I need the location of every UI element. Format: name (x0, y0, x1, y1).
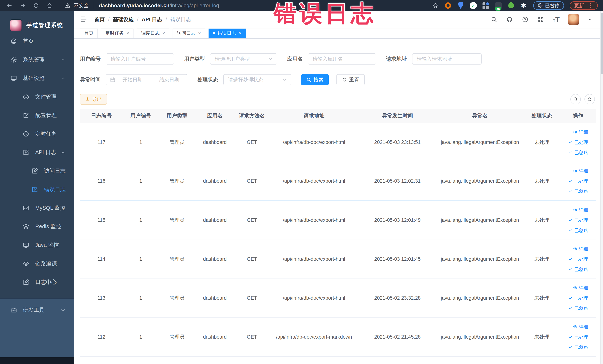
processed-action-link[interactable]: 已处理 (568, 178, 588, 184)
url-text[interactable]: dashboard.yudao.iocoder.cn/infra/log/api… (99, 3, 219, 9)
sidebar-item-log-center[interactable]: 日志中心 (0, 273, 74, 292)
search-icon[interactable] (490, 16, 498, 23)
github-icon[interactable] (506, 16, 513, 23)
processed-action-link[interactable]: 已处理 (568, 139, 588, 145)
detail-action-link[interactable]: 详细 (573, 285, 588, 291)
dark-on-extension-icon[interactable]: on (495, 2, 502, 10)
grid-extension-icon[interactable] (482, 2, 490, 10)
close-icon[interactable]: × (127, 31, 129, 35)
breadcrumb-item[interactable]: 首页 (94, 16, 105, 23)
column-header: 请求地址 (270, 109, 358, 123)
app-name-input[interactable] (308, 53, 376, 65)
close-icon[interactable]: × (239, 31, 242, 35)
search-button[interactable]: 搜索 (301, 74, 329, 85)
tab-scheduled-task[interactable]: 定时任务× (101, 29, 133, 38)
update-button[interactable]: 更新⋮ (570, 1, 598, 10)
forward-icon[interactable] (19, 1, 27, 10)
sidebar-item-home[interactable]: 首页 (0, 32, 74, 50)
paused-badge[interactable]: 😃已暂停 (533, 1, 564, 10)
cell-url: /api/infra/db-doc/export-html (270, 240, 358, 279)
detail-action-link[interactable]: 详细 (573, 168, 588, 174)
browser-menu-icon[interactable]: ⋮ (587, 2, 593, 9)
user-id-input[interactable] (106, 53, 174, 65)
request-url-input[interactable] (412, 53, 482, 65)
scrollbar-thumb[interactable] (601, 13, 603, 74)
breadcrumb-item[interactable]: 基础设施 (113, 16, 134, 23)
detail-action-link[interactable]: 详细 (573, 129, 588, 135)
cell-id: 117 (80, 123, 123, 162)
processed-action-link[interactable]: 已处理 (568, 334, 588, 340)
address-bar[interactable]: 不安全 dashboard.yudao.iocoder.cn/infra/log… (65, 2, 219, 9)
export-button[interactable]: 导出 (80, 94, 107, 105)
orange-circle-extension-icon[interactable] (444, 2, 452, 10)
detail-action-link[interactable]: 详细 (573, 246, 588, 252)
sidebar-item-file-management[interactable]: 文件管理 (0, 88, 74, 106)
sidebar-item-java-monitor[interactable]: Java 监控 (0, 236, 74, 254)
hamburger-icon[interactable] (80, 15, 88, 23)
processed-action-link[interactable]: 已处理 (568, 256, 588, 262)
cell-status: 未处理 (523, 317, 560, 356)
app-name-label: 应用名 (287, 55, 303, 62)
detail-action-link[interactable]: 详细 (573, 207, 588, 213)
tab-schedule-log[interactable]: 调度日志× (137, 29, 169, 38)
ignored-action-link[interactable]: 已忽略 (568, 344, 588, 350)
caret-down-icon[interactable] (587, 17, 592, 22)
date-range-picker[interactable]: 开始日期 – 结束日期 (106, 74, 187, 85)
help-icon[interactable] (522, 16, 529, 23)
filter-user-type: 用户类型 请选择用户类型 (184, 53, 277, 65)
sidebar-item-trace[interactable]: 链路追踪 (0, 254, 74, 273)
tab-error-log[interactable]: 错误日志× (209, 29, 246, 38)
not-secure-warning-icon[interactable] (65, 3, 70, 8)
sidebar-item-error-log[interactable]: 错误日志 (0, 180, 74, 199)
column-header: 日志编号 (80, 109, 123, 123)
tab-access-log[interactable]: 访问日志× (173, 29, 205, 38)
table-toolbar: 导出 (80, 94, 597, 105)
sidebar-item-scheduled-task[interactable]: 定时任务 (0, 125, 74, 143)
white-puzzle-extension-icon[interactable]: ✱ (520, 2, 528, 10)
doc-edit-icon (32, 168, 38, 174)
processed-action-link[interactable]: 已处理 (568, 217, 588, 223)
user-avatar[interactable] (568, 14, 579, 25)
close-icon[interactable]: × (198, 31, 201, 35)
ignored-action-link[interactable]: 已忽略 (568, 266, 588, 272)
tab-home[interactable]: 首页 (80, 29, 98, 38)
cell-app: dashboard (196, 317, 234, 356)
ignored-action-link[interactable]: 已忽略 (568, 150, 588, 156)
sidebar-item-redis-monitor[interactable]: Redis 监控 (0, 217, 74, 236)
fullscreen-icon[interactable] (537, 16, 544, 23)
sidebar-item-mysql-monitor[interactable]: MySQL 监控 (0, 199, 74, 217)
column-header: 应用名 (196, 109, 234, 123)
bookmark-star-icon[interactable] (432, 2, 439, 9)
font-size-icon[interactable]: TT (553, 16, 560, 23)
sidebar-item-infrastructure[interactable]: 基础设施 (0, 69, 74, 88)
back-icon[interactable] (5, 1, 14, 10)
sidebar-item-access-log[interactable]: 访问日志 (0, 162, 74, 180)
sidebar-item-system-management[interactable]: 系统管理 (0, 50, 74, 69)
close-icon[interactable]: × (162, 31, 165, 35)
breadcrumb-item[interactable]: API 日志 (142, 16, 162, 23)
sidebar-item-config-management[interactable]: 配置管理 (0, 106, 74, 125)
end-date-placeholder: 结束日期 (155, 76, 183, 83)
ignored-action-link[interactable]: 已忽略 (568, 188, 588, 194)
cell-user-id: 1 (123, 123, 159, 162)
user-type-select[interactable]: 请选择用户类型 (210, 53, 277, 65)
annotation-title: 错误日志 (274, 1, 376, 26)
ignored-action-link[interactable]: 已忽略 (568, 227, 588, 234)
sidebar-logo-row[interactable]: 芋道管理系统 (0, 11, 74, 35)
clock-icon (23, 130, 29, 137)
process-status-select[interactable]: 请选择处理状态 (223, 74, 291, 85)
processed-action-link[interactable]: 已处理 (568, 295, 588, 301)
ignored-action-link[interactable]: 已忽略 (568, 305, 588, 311)
detail-action-link[interactable]: 详细 (573, 324, 588, 330)
home-icon[interactable] (45, 1, 54, 10)
green-check-extension-icon[interactable]: ✓ (469, 2, 477, 10)
blue-shield-extension-icon[interactable] (457, 2, 464, 10)
refresh-table-button[interactable] (584, 94, 595, 104)
reset-button[interactable]: 重置 (336, 74, 365, 85)
toggle-search-button[interactable] (570, 94, 581, 104)
sidebar-item-dev-tools[interactable]: 研发工具 (0, 301, 74, 319)
scrollbar-track[interactable] (600, 11, 603, 364)
reload-icon[interactable] (32, 1, 40, 10)
sidebar-item-api-log[interactable]: API 日志 (0, 143, 74, 162)
green-leaf-extension-icon[interactable] (507, 2, 515, 10)
